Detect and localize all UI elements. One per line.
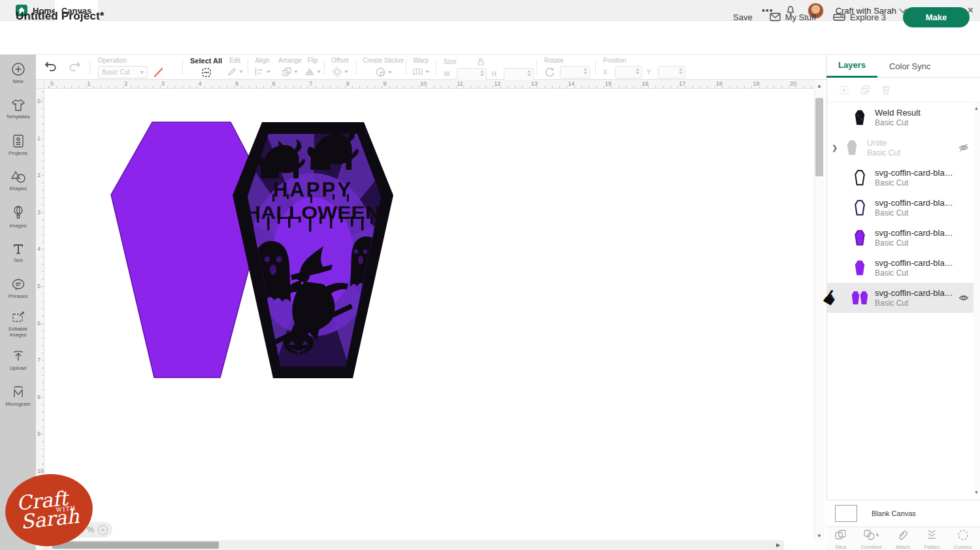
action-label: Flatten (924, 544, 939, 550)
explore-machine-button[interactable]: Explore 3 (833, 12, 886, 22)
create-sticker-button[interactable]: Create Sticker (363, 57, 404, 78)
edit-button[interactable]: Edit (227, 57, 243, 77)
combine-button[interactable]: Combine (861, 529, 882, 550)
eye-slash-icon[interactable] (954, 143, 973, 152)
scroll-up-icon[interactable]: ▲ (817, 84, 822, 89)
ruler-number: 15 (605, 80, 612, 87)
layer-list-scrollbar[interactable] (973, 103, 980, 494)
scroll-right-icon[interactable]: ▶ (776, 543, 780, 548)
layer-name: svg-coffin-card-blank-cr... (875, 198, 954, 208)
layer-row[interactable]: Weld ResultBasic Cut (826, 103, 973, 133)
tab-color-sync[interactable]: Color Sync (877, 55, 943, 78)
make-button[interactable]: Make (903, 7, 970, 27)
layer-row[interactable]: svg-coffin-card-blank-cr...Basic Cut (826, 253, 973, 283)
delete-icon[interactable] (880, 84, 892, 96)
select-all-button[interactable]: Select All (190, 57, 222, 78)
size-label: Size (444, 59, 456, 65)
layer-name: svg-coffin-card-blank-cr... (875, 168, 954, 178)
ruler-number: 3 (161, 80, 165, 87)
layer-thumbnail (851, 199, 868, 217)
layer-thumbnail (851, 259, 868, 277)
combine-toolbar: SliceCombineAttachFlattenContour (826, 526, 980, 550)
sidebar-item-label: Shapes (9, 186, 27, 191)
size-h-input[interactable] (504, 68, 534, 80)
ruler-number: 2 (37, 172, 41, 178)
redo-button[interactable] (67, 60, 82, 73)
arrange-icon (282, 67, 292, 77)
position-y-input[interactable] (658, 66, 685, 78)
sidebar-item-label: New (12, 78, 23, 84)
layer-row[interactable]: ❯UniteBasic Cut (826, 133, 973, 163)
operation-select[interactable]: Basic Cut (98, 66, 148, 78)
editable-images-icon (11, 311, 25, 324)
duplicate-icon[interactable] (859, 84, 871, 96)
sidebar-item-projects[interactable]: Projects (0, 127, 36, 163)
app-window: Home Canvas ••• Craft with Sarah – × Unt… (0, 0, 980, 550)
layer-row[interactable]: svg-coffin-card-blank-cr...Basic Cut (826, 163, 973, 193)
sidebar-item-images[interactable]: Images (0, 199, 36, 235)
my-stuff-button[interactable]: My Stuff (770, 12, 816, 22)
ruler-number: 10 (37, 468, 44, 474)
layer-row[interactable]: svg-coffin-card-blank-cr...Basic Cut (826, 193, 973, 223)
zoom-in-icon[interactable]: + (98, 525, 108, 535)
envelope-icon (770, 12, 781, 22)
sidebar-item-text[interactable]: Text (0, 235, 36, 270)
undo-button[interactable] (44, 60, 58, 73)
blank-canvas-row[interactable]: Blank Canvas (826, 500, 980, 526)
canvas-vertical-scroll-thumb[interactable] (815, 98, 823, 176)
rotate-input[interactable] (560, 66, 590, 78)
size-group: Size W H (444, 57, 534, 80)
select-all-icon (201, 67, 212, 78)
page-title: Untitled Project* (16, 10, 105, 23)
layer-name: svg-coffin-card-blank-cr... (875, 258, 954, 268)
ruler-number: 0 (50, 80, 54, 87)
sidebar-item-monogram[interactable]: Monogram (0, 378, 36, 414)
layer-text: svg-coffin-card-blank-cr...Basic Cut (875, 198, 954, 218)
group-icon[interactable] (838, 84, 850, 96)
expand-chevron-icon[interactable]: ❯ (832, 144, 841, 152)
contour-button[interactable]: Contour (953, 529, 972, 550)
ruler-number: 18 (716, 80, 723, 87)
sidebar-item-label: Templates (6, 114, 29, 120)
scroll-down-icon[interactable]: ▼ (817, 534, 822, 539)
rotate-icon[interactable] (544, 67, 555, 78)
layer-name: svg-coffin-card-blank-cr... (875, 228, 954, 238)
layer-scroll-down-icon[interactable]: ▼ (974, 490, 979, 495)
ruler-number: 5 (37, 283, 41, 289)
sidebar-item-phrases[interactable]: Phrases (0, 270, 36, 306)
tab-layers[interactable]: Layers (826, 55, 877, 78)
sidebar-item-shapes[interactable]: Shapes (0, 163, 36, 199)
ruler-number: 10 (420, 80, 427, 87)
eye-icon[interactable] (954, 293, 973, 302)
flip-icon (304, 67, 315, 77)
attach-button[interactable]: Attach (896, 529, 911, 550)
action-label: Combine (861, 544, 882, 550)
lock-icon[interactable] (477, 57, 485, 66)
size-w-input[interactable] (457, 68, 487, 80)
horizontal-ruler: 01234567891011121314151617181920 (44, 80, 814, 89)
layer-operation: Basic Cut (875, 238, 954, 248)
canvas-horizontal-scroll-thumb[interactable] (52, 542, 219, 549)
offset-button[interactable]: Offset (331, 57, 349, 77)
layer-row[interactable]: svg-coffin-card-blank-cr...Basic Cut (826, 223, 973, 253)
slice-button[interactable]: Slice (834, 529, 847, 550)
pen-color-icon[interactable] (153, 67, 165, 78)
flatten-button[interactable]: Flatten (924, 529, 939, 550)
sidebar-item-templates[interactable]: Templates (0, 91, 36, 127)
sidebar-item-new[interactable]: New (0, 55, 36, 91)
save-button[interactable]: Save (733, 12, 753, 22)
layer-scroll-up-icon[interactable]: ▲ (974, 106, 979, 111)
position-x-input[interactable] (615, 66, 642, 78)
flatten-icon (925, 529, 938, 543)
sidebar-item-upload[interactable]: Upload (0, 342, 36, 378)
flip-button[interactable]: Flip (304, 57, 321, 77)
arrange-button[interactable]: Arrange (278, 57, 302, 77)
align-icon (254, 67, 265, 77)
warp-button[interactable]: Warp (412, 57, 429, 77)
blank-canvas-label: Blank Canvas (872, 510, 916, 517)
layer-operation: Basic Cut (875, 268, 954, 278)
sidebar-item-editable-images[interactable]: Editable Images (0, 306, 36, 342)
coffin-card-halloween[interactable]: HAPPY HALLOWEEN (231, 121, 395, 380)
align-button[interactable]: Align (254, 57, 270, 77)
layer-row[interactable]: svg-coffin-card-blan...Basic Cut (826, 283, 973, 313)
